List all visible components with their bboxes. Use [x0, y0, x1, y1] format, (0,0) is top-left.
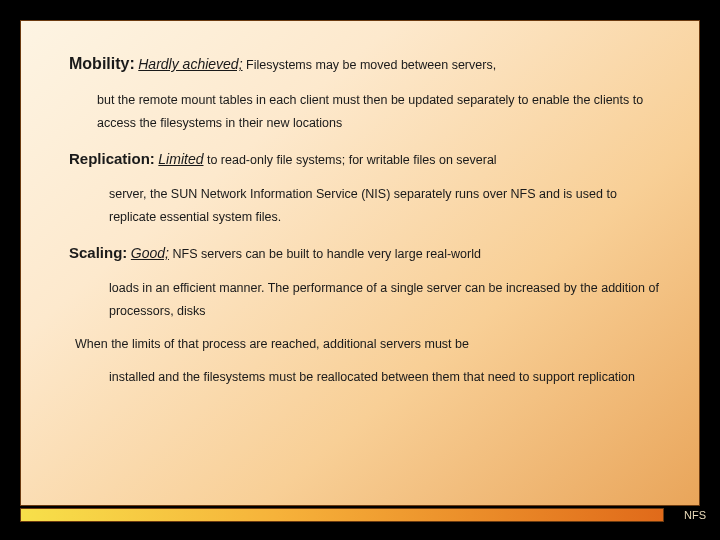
mobility-para: Mobility: Hardly achieved; Filesystems m…: [69, 49, 659, 79]
mobility-tail: Filesystems may be moved between servers…: [246, 58, 496, 72]
replication-continuation: server, the SUN Network Information Serv…: [69, 183, 659, 229]
scaling-para: Scaling: Good; NFS servers can be built …: [69, 239, 659, 267]
mobility-continuation: but the remote mount tables in each clie…: [69, 89, 659, 135]
replication-tail: to read-only file systems; for writable …: [207, 153, 497, 167]
footer-accent-bar: [20, 508, 664, 522]
scaling-heading: Scaling:: [69, 244, 127, 261]
replication-qualifier: Limited: [158, 151, 203, 167]
replication-para: Replication: Limited to read-only file s…: [69, 145, 659, 173]
scaling-continuation: loads in an efficient manner. The perfor…: [69, 277, 659, 323]
scaling-tail: NFS servers can be built to handle very …: [172, 247, 480, 261]
footer-label: NFS: [684, 508, 706, 522]
scaling-qualifier: Good;: [131, 245, 169, 261]
limits-continuation: installed and the filesystems must be re…: [69, 366, 659, 389]
slide-body: Mobility: Hardly achieved; Filesystems m…: [20, 20, 700, 506]
replication-heading: Replication:: [69, 150, 155, 167]
mobility-qualifier: Hardly achieved;: [138, 56, 242, 72]
limits-line1: When the limits of that process are reac…: [69, 333, 659, 356]
mobility-heading: Mobility:: [69, 55, 135, 72]
